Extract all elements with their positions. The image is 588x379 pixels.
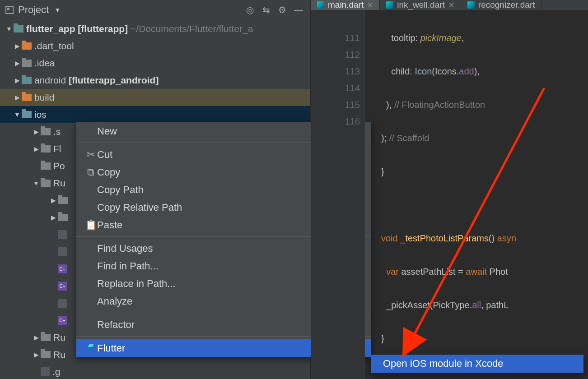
chevron-down-icon[interactable]: ▼	[5, 25, 14, 32]
flutter-icon	[84, 344, 97, 352]
flutter-submenu-open-ios[interactable]: Open iOS module in Xcode	[371, 355, 583, 373]
chevron-down-icon[interactable]: ▼	[13, 111, 22, 118]
module-folder-icon	[22, 77, 32, 84]
hide-panel-icon[interactable]: —	[292, 4, 305, 16]
project-panel-title[interactable]: Project	[18, 4, 49, 16]
cpp-file-icon	[58, 316, 67, 325]
cpp-file-icon	[58, 282, 67, 291]
project-panel: Project ▼ ◎ ⇆ ⚙ — ▼ flutter_app [flutter…	[0, 0, 311, 379]
copy-icon: ⧉	[84, 166, 97, 178]
close-icon[interactable]: ✕	[448, 1, 454, 9]
folder-icon	[41, 351, 51, 358]
folder-icon	[41, 180, 51, 187]
folder-icon	[22, 94, 32, 101]
tab-recognizer[interactable]: recognizer.dart	[461, 0, 542, 10]
folder-icon	[41, 145, 51, 153]
locate-icon[interactable]: ◎	[243, 4, 256, 16]
tree-item[interactable]: ▶.g	[0, 363, 310, 379]
close-icon[interactable]: ✕	[367, 1, 373, 9]
dart-file-icon	[317, 1, 324, 9]
editor-tabs: main.dart✕ ink_well.dart✕ recognizer.dar…	[311, 0, 588, 10]
folder-icon	[58, 197, 68, 204]
line-number: 114	[311, 80, 360, 97]
code-content[interactable]: tooltip: pickImage, child: Icon(Icons.ad…	[365, 10, 588, 379]
project-view-icon	[5, 6, 14, 14]
chevron-right-icon[interactable]: ▶	[13, 60, 22, 67]
root-path: ~/Documents/Flutter/flutter_a	[131, 23, 253, 34]
chevron-right-icon[interactable]: ▶	[13, 77, 22, 84]
paste-icon: 📋	[84, 219, 97, 231]
line-number	[311, 13, 360, 30]
folder-icon	[41, 128, 51, 135]
line-number: 116	[311, 113, 360, 130]
file-icon	[58, 299, 67, 308]
chevron-right-icon[interactable]: ▶	[13, 42, 22, 50]
root-module: [flutterapp]	[78, 23, 128, 34]
tree-item-idea[interactable]: ▶ .idea	[0, 55, 310, 72]
tree-item-ios[interactable]: ▼ ios	[0, 106, 310, 123]
folder-icon	[58, 214, 68, 221]
collapse-icon[interactable]: ⇆	[260, 4, 272, 16]
file-icon	[41, 367, 50, 376]
tree-item-android[interactable]: ▶ android [flutterapp_android]	[0, 72, 310, 89]
dart-file-icon	[386, 1, 393, 9]
tree-item-build[interactable]: ▶ build	[0, 89, 310, 106]
line-number: 113	[311, 63, 360, 80]
root-name: flutter_app	[26, 23, 75, 34]
project-panel-header: Project ▼ ◎ ⇆ ⚙ —	[0, 0, 310, 20]
module-folder-icon	[14, 25, 23, 32]
tab-main-dart[interactable]: main.dart✕	[311, 0, 380, 10]
file-icon	[58, 230, 67, 239]
editor-area: main.dart✕ ink_well.dart✕ recognizer.dar…	[311, 0, 588, 379]
line-number: 111	[311, 30, 360, 46]
line-number: 112	[311, 46, 360, 63]
folder-icon	[22, 60, 32, 67]
cpp-file-icon	[58, 264, 67, 273]
tree-item-dart-tool[interactable]: ▶ .dart_tool	[0, 37, 310, 55]
dart-file-icon	[467, 1, 475, 9]
file-icon	[58, 247, 67, 256]
folder-icon	[41, 162, 51, 170]
line-number: 115	[311, 97, 360, 113]
settings-gear-icon[interactable]: ⚙	[276, 4, 289, 16]
folder-icon	[22, 111, 32, 118]
submenu-label: Open iOS module in Xcode	[383, 358, 504, 370]
cut-icon: ✂	[84, 149, 97, 161]
code-editor[interactable]: 111 112 113 114 115 116 tooltip: pickIma…	[311, 10, 588, 379]
folder-icon	[41, 334, 51, 341]
chevron-right-icon[interactable]: ▶	[13, 94, 22, 101]
gutter: 111 112 113 114 115 116	[311, 10, 365, 379]
project-dropdown-icon[interactable]: ▼	[54, 6, 61, 14]
folder-icon	[22, 42, 32, 50]
tree-root[interactable]: ▼ flutter_app [flutterapp] ~/Documents/F…	[0, 20, 310, 37]
tab-ink-well[interactable]: ink_well.dart✕	[380, 0, 461, 10]
